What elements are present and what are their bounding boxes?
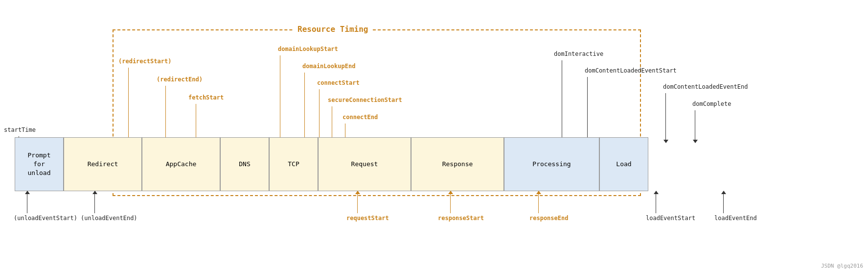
label-connectend: connectEnd [343, 114, 378, 121]
block-prompt: Promptforunload [15, 137, 64, 191]
arrow-responsestart [450, 194, 451, 213]
arrow-domainlookupstart [280, 55, 280, 140]
arrow-unloadeventend [94, 194, 95, 213]
label-starttime: startTime [4, 126, 36, 133]
arrow-loadeventstart [656, 194, 656, 213]
label-loadeventstart: loadEventStart [646, 215, 695, 222]
block-tcp: TCP [269, 137, 318, 191]
label-domcontentloadedeventend: domContentLoadedEventEnd [663, 83, 748, 90]
watermark: JSDN @lgq2016 [821, 263, 863, 269]
arrow-domcontentloadedeventstart [587, 77, 588, 140]
label-secureconnectionstart: secureConnectionStart [328, 97, 402, 103]
label-responsestart: responseStart [438, 215, 484, 222]
arrow-secureconnectionstart [332, 106, 332, 140]
diagram-container: Resource Timing startTime (redirectStart… [0, 0, 868, 274]
arrow-loadeventend [723, 194, 724, 213]
arrow-redirectend [165, 86, 166, 140]
arrow-domainlookupend [304, 73, 305, 140]
arrow-dominteractive [562, 60, 562, 140]
label-domainlookupstart: domainLookupStart [278, 46, 338, 52]
label-connectstart: connectStart [317, 79, 360, 86]
label-fetchstart: fetchStart [188, 94, 224, 101]
arrow-requeststart [357, 194, 358, 213]
label-domainlookupend: domainLookupEnd [302, 63, 355, 70]
block-response: Response [411, 137, 504, 191]
label-requeststart: requestStart [346, 215, 389, 222]
arrow-redirectstart [128, 68, 129, 140]
block-appcache: AppCache [142, 137, 220, 191]
arrow-responseend [538, 194, 539, 213]
label-dominteractive: domInteractive [554, 50, 603, 57]
arrow-domcomplete [695, 110, 695, 140]
label-unloadeventend: (unloadEventEnd) [81, 215, 137, 222]
arrow-fetchstart [196, 104, 196, 140]
block-load: Load [599, 137, 648, 191]
label-redirectend: (redirectEnd) [157, 76, 203, 83]
blocks-row: Promptforunload Redirect AppCache DNS TC… [15, 137, 648, 191]
block-dns: DNS [220, 137, 269, 191]
label-redirectstart: (redirectStart) [118, 58, 171, 65]
label-responseend: responseEnd [529, 215, 568, 222]
label-loadeventend: loadEventEnd [714, 215, 757, 222]
label-domcontentloadedeventstart: domContentLoadedEventStart [585, 67, 677, 74]
arrow-domcontentloadedeventend [665, 93, 666, 140]
resource-timing-label: Resource Timing [294, 25, 372, 34]
arrow-unloadeventstart [27, 194, 27, 213]
block-processing: Processing [504, 137, 599, 191]
label-unloadeventstart: (unloadEventStart) [14, 215, 77, 222]
arrow-connectstart [319, 89, 320, 140]
block-request: Request [318, 137, 411, 191]
block-redirect: Redirect [64, 137, 142, 191]
label-domcomplete: domComplete [692, 100, 731, 107]
